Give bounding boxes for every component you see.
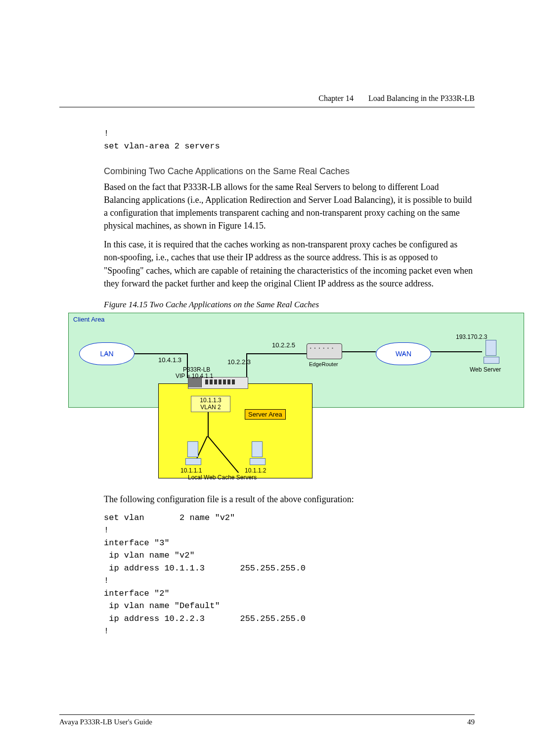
ip-10-4-1-3: 10.4.1.3 bbox=[158, 356, 181, 364]
vlan-ip: 10.1.1.3 bbox=[200, 397, 221, 404]
line bbox=[247, 353, 307, 354]
web-server-label: Web Server bbox=[470, 366, 501, 373]
web-server-icon bbox=[484, 340, 498, 364]
server-area-label: Server Area bbox=[245, 409, 286, 420]
network-diagram: Client Area Server Area LAN WAN ▪ ▪ ▪ ▪ … bbox=[59, 313, 534, 491]
ip-10-2-2-3: 10.2.2.3 bbox=[227, 358, 251, 366]
wan-label: WAN bbox=[396, 350, 411, 358]
lan-label: LAN bbox=[100, 350, 113, 358]
edge-router-label: EdgeRouter bbox=[309, 361, 338, 367]
server-area-box bbox=[158, 383, 312, 478]
footer-page-number: 49 bbox=[467, 718, 475, 726]
p333r-label: P333R-LB bbox=[183, 366, 210, 373]
line bbox=[430, 351, 482, 352]
client-area-label: Client Area bbox=[73, 316, 105, 323]
footer-left: Avaya P333R-LB User's Guide bbox=[59, 718, 152, 726]
paragraph-1: Based on the fact that P333R-LB allows f… bbox=[104, 181, 475, 232]
subheading: Combining Two Cache Applications on the … bbox=[104, 166, 475, 177]
ip-10-2-2-5: 10.2.2.5 bbox=[272, 341, 295, 349]
line bbox=[341, 351, 376, 352]
page-header: Chapter 14 Load Balancing in the P333R-L… bbox=[59, 94, 475, 107]
code-block-bottom: set vlan 2 name "v2" ! interface "3" ip … bbox=[104, 512, 475, 638]
vip-label: VIP = 10.4.1.1 bbox=[176, 373, 213, 379]
vlan-name: VLAN 2 bbox=[200, 404, 221, 411]
cache-server-2-icon bbox=[250, 441, 265, 465]
caches-label: Local Web Cache Servers bbox=[188, 474, 257, 481]
vlan2-label: 10.1.1.3 VLAN 2 bbox=[191, 396, 230, 412]
chapter-title: Load Balancing in the P333R-LB bbox=[368, 94, 475, 103]
cache2-ip: 10.1.1.2 bbox=[245, 467, 266, 474]
code-block-top: ! set vlan-area 2 servers bbox=[104, 127, 475, 152]
chapter-label: Chapter 14 bbox=[318, 94, 354, 103]
edge-router-icon: ▪ ▪ ▪ ▪ ▪ ▪ bbox=[307, 343, 342, 359]
page-footer: Avaya P333R-LB User's Guide 49 bbox=[59, 714, 475, 726]
paragraph-3: The following configuration file is a re… bbox=[104, 493, 475, 506]
cache1-ip: 10.1.1.1 bbox=[180, 467, 202, 474]
cache-server-1-icon bbox=[185, 441, 200, 465]
line bbox=[134, 353, 188, 354]
lan-cloud: LAN bbox=[79, 342, 134, 365]
figure-caption: Figure 14.15 Two Cache Applications on t… bbox=[104, 300, 475, 310]
webserver-ip: 193.170.2.3 bbox=[456, 333, 487, 340]
line bbox=[246, 353, 247, 378]
wan-cloud: WAN bbox=[376, 342, 431, 365]
paragraph-2: In this case, it is required that the ca… bbox=[104, 238, 475, 289]
